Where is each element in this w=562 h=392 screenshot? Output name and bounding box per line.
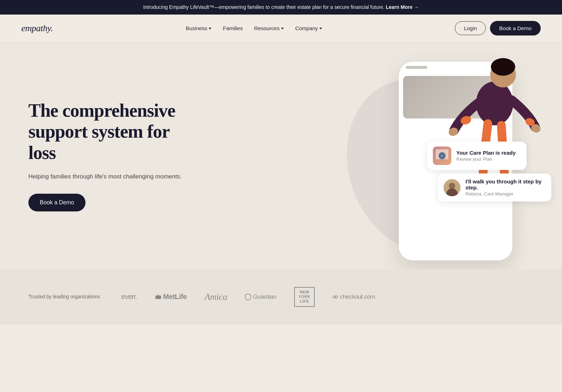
announcement-banner: Introducing Empathy LifeVault™—empowerin… [0,0,562,15]
nav-actions: Login Book a Demo [455,21,541,35]
login-button[interactable]: Login [455,21,486,35]
banner-link[interactable]: Learn More → [386,4,419,10]
nav-menu: Business Families Resources Company [186,25,322,31]
trusted-label: Trusted by leading organizations [28,293,100,300]
logo-checkout: checkout.com [332,293,375,300]
phone-pill [406,66,427,69]
metlife-icon [155,293,162,300]
logo-metlife: MetLife [155,293,187,301]
book-demo-button-hero[interactable]: Book a Demo [28,194,86,211]
notification-subtitle-2: Rebeca, Care Manager [465,191,546,197]
notification-card-2: I'll walk you through it step by step. R… [438,173,551,201]
notification-title-2: I'll walk you through it step by step. [465,178,546,191]
guardian-icon [245,293,251,300]
chevron-down-icon [319,28,322,29]
person-svg [445,49,544,191]
chevron-down-icon [209,28,211,29]
logo-new-york-life: NEWYORKLIFE [294,287,315,307]
notification-subtitle-1: Review your Plan [456,156,516,162]
hero-illustration-person [445,49,544,191]
hero-section: The comprehensive support system for los… [0,42,562,269]
logo-amica: Amica [204,292,227,302]
nav-item-company[interactable]: Company [295,25,322,31]
logo-everr: everr. [121,293,137,301]
checkout-icon [332,294,338,300]
care-manager-avatar [443,179,461,196]
nav-item-resources[interactable]: Resources [254,25,284,31]
hero-visual: Your Care Plan is ready Review your Plan… [321,42,562,269]
hero-title: The comprehensive support system for los… [28,100,199,164]
nav-item-business[interactable]: Business [186,25,211,31]
notification-text-1: Your Care Plan is ready Review your Plan [456,150,516,162]
nav-item-families[interactable]: Families [223,25,243,31]
book-demo-button-nav[interactable]: Book a Demo [490,21,541,35]
chevron-down-icon [281,28,284,29]
notification-card-1: Your Care Plan is ready Review your Plan [427,142,527,170]
trusted-section: Trusted by leading organizations everr. … [0,269,562,325]
banner-text: Introducing Empathy LifeVault™—empowerin… [143,4,384,10]
site-logo[interactable]: empathy. [21,23,53,34]
hero-content: The comprehensive support system for los… [28,100,199,212]
notification-text-2: I'll walk you through it step by step. R… [465,178,546,197]
notification-thumbnail [433,147,451,165]
check-icon [439,152,446,159]
svg-point-2 [491,58,516,76]
notification-title-1: Your Care Plan is ready [456,150,516,156]
hero-subtitle: Helping families through life's most cha… [28,172,199,181]
logo-guardian: Guardian [245,293,276,300]
navbar: empathy. Business Families Resources Com… [0,15,562,42]
svg-marker-10 [157,294,160,296]
logos-row: everr. MetLife Amica Guardian NEWYORKLIF… [121,287,375,307]
